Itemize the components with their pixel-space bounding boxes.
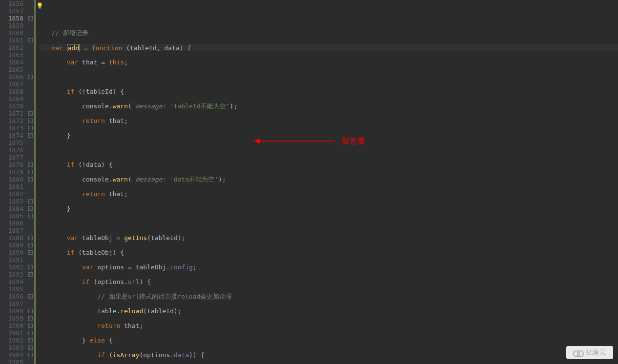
fold-toggle-icon[interactable]: − xyxy=(28,111,33,116)
code-line: console.warn( message: 'data不能为空'); xyxy=(40,176,618,183)
fold-toggle-icon[interactable]: − xyxy=(28,199,33,203)
fold-toggle-icon[interactable]: − xyxy=(28,324,33,328)
code-line xyxy=(40,146,618,154)
line-number[interactable]: 1896 xyxy=(2,293,23,300)
line-number[interactable]: 1898 xyxy=(2,307,23,315)
line-number[interactable]: 1857 xyxy=(2,7,23,15)
line-number[interactable]: 1890 xyxy=(2,249,23,256)
fold-toggle-icon[interactable]: − xyxy=(28,38,33,42)
line-number[interactable]: 1867 xyxy=(2,81,23,88)
fold-toggle-icon[interactable]: − xyxy=(28,119,33,123)
line-number[interactable]: 1875 xyxy=(2,139,23,146)
fold-toggle-icon[interactable]: − xyxy=(28,331,33,335)
line-number[interactable]: 1858 xyxy=(2,15,23,22)
fold-toggle-icon[interactable]: − xyxy=(28,309,33,313)
watermark-text: 亿速云 xyxy=(586,349,606,356)
fold-toggle-icon[interactable]: − xyxy=(28,272,33,277)
line-number[interactable]: 1860 xyxy=(2,29,23,37)
fold-toggle-icon[interactable]: − xyxy=(28,206,33,211)
code-line: console.warn( message: 'tableId不能为空'); xyxy=(40,102,618,110)
line-number[interactable]: 1865 xyxy=(2,66,23,73)
code-line: } xyxy=(40,132,618,139)
line-number-gutter[interactable]: 1856185718581859186018611862186318641865… xyxy=(0,0,27,364)
fold-toggle-icon[interactable]: − xyxy=(28,75,33,79)
line-number[interactable]: 1871 xyxy=(2,110,23,117)
fold-toggle-icon[interactable]: − xyxy=(28,133,33,138)
line-number[interactable]: 1903 xyxy=(2,344,23,351)
line-number[interactable]: 1873 xyxy=(2,124,23,132)
line-number[interactable]: 1899 xyxy=(2,315,23,322)
line-number[interactable]: 1888 xyxy=(2,234,23,242)
line-number[interactable]: 1869 xyxy=(2,95,23,102)
line-number[interactable]: 1904 xyxy=(2,351,23,359)
line-number[interactable]: 1900 xyxy=(2,322,23,329)
fold-toggle-icon[interactable]: − xyxy=(28,243,33,247)
code-area[interactable]: 💡 // 新增记录 var add = function (tableId, d… xyxy=(36,0,618,364)
line-number[interactable]: 1881 xyxy=(2,183,23,190)
code-line: // 如果是url模式的话直接reload会更加合理 xyxy=(40,293,618,300)
code-line: var options = tableObj.config; xyxy=(40,263,618,271)
line-number[interactable]: 1868 xyxy=(2,88,23,95)
fold-toggle-icon[interactable]: − xyxy=(28,345,33,350)
line-number[interactable]: 1882 xyxy=(2,190,23,198)
line-number[interactable]: 1895 xyxy=(2,285,23,293)
fold-toggle-icon[interactable]: − xyxy=(28,265,33,269)
line-number[interactable]: 1856 xyxy=(2,0,23,7)
code-line-current: var add = function (tableId, data) { xyxy=(40,44,618,51)
line-number[interactable]: 1874 xyxy=(2,132,23,139)
fold-toggle-icon[interactable]: − xyxy=(28,126,33,130)
intention-bulb-icon[interactable]: 💡 xyxy=(36,2,43,10)
fold-toggle-icon[interactable]: − xyxy=(28,338,33,343)
code-line: return that; xyxy=(40,322,618,329)
fold-toggle-icon[interactable]: − xyxy=(28,214,33,218)
line-number[interactable]: 1902 xyxy=(2,337,23,344)
fold-toggle-icon[interactable]: − xyxy=(28,250,33,255)
line-number[interactable]: 1866 xyxy=(2,73,23,81)
line-number[interactable]: 1892 xyxy=(2,263,23,271)
line-number[interactable]: 1879 xyxy=(2,168,23,176)
fold-toggle-icon[interactable]: − xyxy=(28,162,33,167)
code-editor: 1856185718581859186018611862186318641865… xyxy=(0,0,618,364)
fold-toggle-icon[interactable]: − xyxy=(28,170,33,174)
code-line: if (tableObj) { xyxy=(40,249,618,256)
line-number[interactable]: 1862 xyxy=(2,44,23,51)
line-number[interactable]: 1905 xyxy=(2,359,23,364)
fold-toggle-icon[interactable]: − xyxy=(28,16,33,20)
line-number[interactable]: 1861 xyxy=(2,37,23,44)
watermark: 亿速云 xyxy=(566,346,613,359)
line-number[interactable]: 1863 xyxy=(2,51,23,59)
line-number[interactable]: 1894 xyxy=(2,278,23,285)
line-number[interactable]: 1864 xyxy=(2,59,23,66)
code-line xyxy=(40,15,618,22)
fold-toggle-icon[interactable]: − xyxy=(28,294,33,299)
line-number[interactable]: 1878 xyxy=(2,161,23,168)
line-number[interactable]: 1886 xyxy=(2,220,23,227)
fold-toggle-icon[interactable]: − xyxy=(28,316,33,321)
fold-toggle-icon[interactable]: − xyxy=(28,236,33,240)
code-line: table.reload(tableId); xyxy=(40,307,618,315)
line-number[interactable]: 1889 xyxy=(2,242,23,249)
line-number[interactable]: 1897 xyxy=(2,300,23,307)
code-line: // 新增记录 xyxy=(40,29,618,37)
code-line: } xyxy=(40,205,618,212)
line-number[interactable]: 1872 xyxy=(2,117,23,124)
line-number[interactable]: 1870 xyxy=(2,102,23,110)
line-number[interactable]: 1901 xyxy=(2,329,23,337)
code-line: if (!data) { xyxy=(40,161,618,168)
line-number[interactable]: 1876 xyxy=(2,146,23,154)
line-number[interactable]: 1877 xyxy=(2,154,23,161)
code-line: var tableObj = getIns(tableId); xyxy=(40,234,618,242)
line-number[interactable]: 1880 xyxy=(2,176,23,183)
line-number[interactable]: 1885 xyxy=(2,212,23,220)
line-number[interactable]: 1887 xyxy=(2,227,23,234)
line-number[interactable]: 1893 xyxy=(2,271,23,278)
line-number[interactable]: 1884 xyxy=(2,205,23,212)
fold-toggle-icon[interactable]: − xyxy=(28,177,33,182)
fold-column[interactable]: −−−−−−−−−−−−−−−−−−−−−−−−−− xyxy=(27,0,34,364)
line-number[interactable]: 1859 xyxy=(2,22,23,29)
line-number[interactable]: 1891 xyxy=(2,256,23,263)
code-line: } else { xyxy=(40,337,618,344)
code-line: return that; xyxy=(40,190,618,198)
fold-toggle-icon[interactable]: − xyxy=(28,353,33,357)
line-number[interactable]: 1883 xyxy=(2,198,23,205)
